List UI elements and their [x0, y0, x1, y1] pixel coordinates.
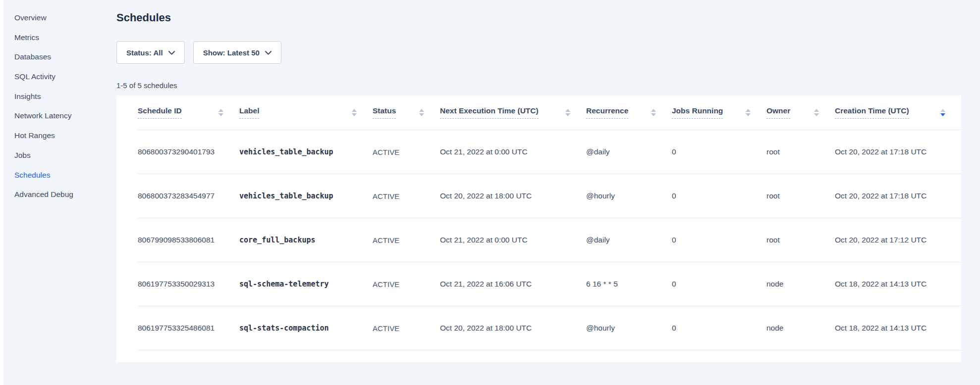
- sidebar-item-databases[interactable]: Databases: [14, 47, 113, 67]
- column-label: Next Execution Time (UTC): [440, 106, 539, 119]
- cell-creation-time-utc-: Oct 20, 2022 at 17:12 UTC: [835, 218, 961, 262]
- column-label: Recurrence: [586, 106, 628, 119]
- column-label: Label: [239, 106, 259, 119]
- cell-next-execution-time-utc-: Oct 21, 2022 at 0:00 UTC: [440, 130, 586, 174]
- sort-asc-icon: [352, 109, 357, 112]
- cell-jobs-running: 0: [672, 174, 766, 218]
- sort-desc-icon: [218, 113, 223, 116]
- status-filter-dropdown[interactable]: Status: All: [116, 41, 185, 64]
- table-row: 806800373283454977vehicles_table_backupA…: [138, 174, 961, 218]
- sort-desc-icon: [651, 113, 656, 116]
- cell-schedule-id: 806197753325486081: [138, 306, 239, 350]
- results-count: 1-5 of 5 schedules: [116, 81, 961, 91]
- table-row: 806800373290401793vehicles_table_backupA…: [138, 130, 961, 174]
- cell-jobs-running: 0: [672, 306, 766, 350]
- column-header-schedule-id[interactable]: Schedule ID: [138, 96, 239, 130]
- sidebar-item-metrics[interactable]: Metrics: [14, 28, 113, 48]
- sort-icons: [940, 109, 945, 116]
- page-title: Schedules: [116, 12, 961, 24]
- sort-desc-icon: [565, 113, 570, 116]
- sort-asc-icon: [565, 109, 570, 112]
- cell-schedule-id: 806800373283454977: [138, 174, 239, 218]
- cell-schedule-id: 806799098533806081: [138, 218, 239, 262]
- column-label: Creation Time (UTC): [835, 106, 909, 119]
- column-header-recurrence[interactable]: Recurrence: [586, 96, 672, 130]
- sidebar-nav: OverviewMetricsDatabasesSQL ActivityInsi…: [0, 8, 113, 204]
- column-header-jobs-running[interactable]: Jobs Running: [672, 96, 766, 130]
- cell-owner: root: [766, 218, 835, 262]
- status-filter-label: Status: All: [126, 48, 163, 57]
- sort-desc-icon: [352, 113, 357, 116]
- column-header-status[interactable]: Status: [373, 96, 440, 130]
- column-label: Jobs Running: [672, 106, 723, 119]
- cell-creation-time-utc-: Oct 20, 2022 at 17:18 UTC: [835, 174, 961, 218]
- sort-icons: [814, 109, 819, 116]
- cell-label: core_full_backups: [239, 218, 373, 262]
- table-row: 806197753350029313sql-schema-telemetryAC…: [138, 262, 961, 306]
- cell-label: sql-schema-telemetry: [239, 262, 373, 306]
- sort-icons: [419, 109, 424, 116]
- sidebar-item-schedules[interactable]: Schedules: [14, 165, 113, 185]
- cell-owner: root: [766, 130, 835, 174]
- sort-asc-icon: [746, 109, 751, 112]
- sidebar-item-sql-activity[interactable]: SQL Activity: [14, 67, 113, 87]
- cell-owner: node: [766, 262, 835, 306]
- cell-jobs-running: 0: [672, 130, 766, 174]
- sidebar-item-insights[interactable]: Insights: [14, 87, 113, 106]
- table-row: 806799098533806081core_full_backupsACTIV…: [138, 218, 961, 262]
- sort-icons: [746, 109, 751, 116]
- sort-asc-icon: [218, 109, 223, 112]
- sidebar-item-jobs[interactable]: Jobs: [14, 145, 113, 165]
- cell-next-execution-time-utc-: Oct 20, 2022 at 18:00 UTC: [440, 174, 586, 218]
- chevron-down-icon: [265, 51, 272, 55]
- sort-asc-icon: [940, 109, 945, 112]
- table-header-row: Schedule IDLabelStatusNext Execution Tim…: [138, 96, 961, 130]
- cell-recurrence: 6 16 * * 5: [586, 262, 672, 306]
- column-label: Schedule ID: [138, 106, 182, 119]
- sidebar-item-hot-ranges[interactable]: Hot Ranges: [14, 126, 113, 145]
- sort-asc-icon: [419, 109, 424, 112]
- cell-owner: root: [766, 174, 835, 218]
- cell-next-execution-time-utc-: Oct 20, 2022 at 18:00 UTC: [440, 306, 586, 350]
- column-header-label[interactable]: Label: [239, 96, 373, 130]
- column-header-creation-time-utc-[interactable]: Creation Time (UTC): [835, 96, 961, 130]
- cell-creation-time-utc-: Oct 20, 2022 at 17:18 UTC: [835, 130, 961, 174]
- sort-desc-icon: [814, 113, 819, 116]
- filter-bar: Status: All Show: Latest 50: [116, 41, 961, 64]
- column-label: Status: [373, 106, 396, 119]
- column-header-next-execution-time-utc-[interactable]: Next Execution Time (UTC): [440, 96, 586, 130]
- cell-jobs-running: 0: [672, 218, 766, 262]
- schedules-page: Schedules Status: All Show: Latest 50 1-…: [116, 0, 961, 362]
- cell-jobs-running: 0: [672, 262, 766, 306]
- sort-desc-icon: [746, 113, 751, 116]
- cell-label: vehicles_table_backup: [239, 174, 373, 218]
- cell-recurrence: @daily: [586, 218, 672, 262]
- cell-schedule-id: 806197753350029313: [138, 262, 239, 306]
- cell-next-execution-time-utc-: Oct 21, 2022 at 0:00 UTC: [440, 218, 586, 262]
- table-row: 806197753325486081sql-stats-compactionAC…: [138, 306, 961, 350]
- cell-status: ACTIVE: [373, 174, 440, 218]
- sort-icons: [352, 109, 357, 116]
- sort-desc-icon: [940, 113, 945, 116]
- cell-creation-time-utc-: Oct 18, 2022 at 14:13 UTC: [835, 306, 961, 350]
- sort-icons: [218, 109, 223, 116]
- show-filter-dropdown[interactable]: Show: Latest 50: [193, 41, 281, 64]
- sort-icons: [651, 109, 656, 116]
- sort-asc-icon: [814, 109, 819, 112]
- column-header-owner[interactable]: Owner: [766, 96, 835, 130]
- schedules-table: Schedule IDLabelStatusNext Execution Tim…: [138, 96, 961, 350]
- chevron-down-icon: [168, 51, 175, 55]
- column-label: Owner: [766, 106, 790, 119]
- sort-desc-icon: [419, 113, 424, 116]
- schedules-table-card: Schedule IDLabelStatusNext Execution Tim…: [116, 96, 961, 362]
- cell-status: ACTIVE: [373, 130, 440, 174]
- cell-next-execution-time-utc-: Oct 21, 2022 at 16:06 UTC: [440, 262, 586, 306]
- sidebar-item-overview[interactable]: Overview: [14, 8, 113, 28]
- cell-status: ACTIVE: [373, 306, 440, 350]
- cell-status: ACTIVE: [373, 218, 440, 262]
- sidebar-item-network-latency[interactable]: Network Latency: [14, 106, 113, 126]
- cell-recurrence: @daily: [586, 130, 672, 174]
- cell-status: ACTIVE: [373, 262, 440, 306]
- sidebar-item-advanced-debug[interactable]: Advanced Debug: [14, 185, 113, 204]
- cell-label: vehicles_table_backup: [239, 130, 373, 174]
